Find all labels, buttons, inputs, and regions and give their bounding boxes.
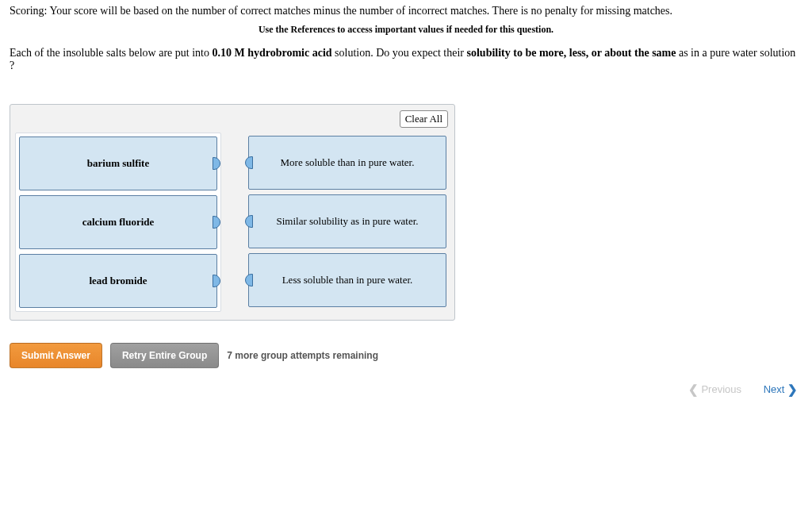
connector-peg[interactable] — [213, 157, 220, 170]
salt-card[interactable]: calcium fluoride — [19, 195, 217, 249]
retry-group-button[interactable]: Retry Entire Group — [110, 343, 219, 368]
option-label: More soluble than in pure water. — [281, 156, 415, 169]
question-text: Each of the insoluble salts below are pu… — [10, 47, 802, 72]
clear-all-button[interactable]: Clear All — [400, 110, 448, 128]
references-hint: Use the References to access important v… — [10, 24, 802, 36]
option-label: Similar solubility as in pure water. — [276, 215, 418, 228]
option-card[interactable]: Less soluble than in pure water. — [248, 253, 446, 307]
solubility-column: More soluble than in pure water. Similar… — [245, 133, 450, 312]
scoring-text: Scoring: Your score will be based on the… — [10, 5, 802, 17]
salts-column: barium sulfite calcium fluoride lead bro… — [15, 133, 221, 312]
connector-peg[interactable] — [213, 216, 220, 229]
submit-answer-button[interactable]: Submit Answer — [10, 343, 102, 368]
salt-label: calcium fluoride — [82, 216, 155, 229]
option-card[interactable]: Similar solubility as in pure water. — [248, 194, 446, 248]
action-row: Submit Answer Retry Entire Group 7 more … — [10, 343, 802, 368]
matching-panel: Clear All barium sulfite calcium fluorid… — [10, 104, 455, 321]
chevron-left-icon: ❮ — [688, 383, 699, 396]
salt-card[interactable]: barium sulfite — [19, 136, 217, 190]
pagination-row: ❮ Previous Next ❯ — [10, 383, 802, 397]
salt-label: lead bromide — [89, 275, 147, 287]
salt-card[interactable]: lead bromide — [19, 254, 217, 308]
connector-peg[interactable] — [245, 156, 253, 169]
connector-peg[interactable] — [213, 275, 220, 287]
connector-peg[interactable] — [245, 215, 253, 228]
previous-link: ❮ Previous — [688, 383, 741, 395]
chevron-right-icon: ❯ — [787, 383, 798, 396]
salt-label: barium sulfite — [87, 157, 149, 170]
connector-peg[interactable] — [245, 274, 253, 286]
option-label: Less soluble than in pure water. — [282, 274, 413, 286]
next-link[interactable]: Next ❯ — [764, 383, 798, 395]
attempts-remaining: 7 more group attempts remaining — [227, 350, 378, 361]
option-card[interactable]: More soluble than in pure water. — [248, 136, 446, 190]
